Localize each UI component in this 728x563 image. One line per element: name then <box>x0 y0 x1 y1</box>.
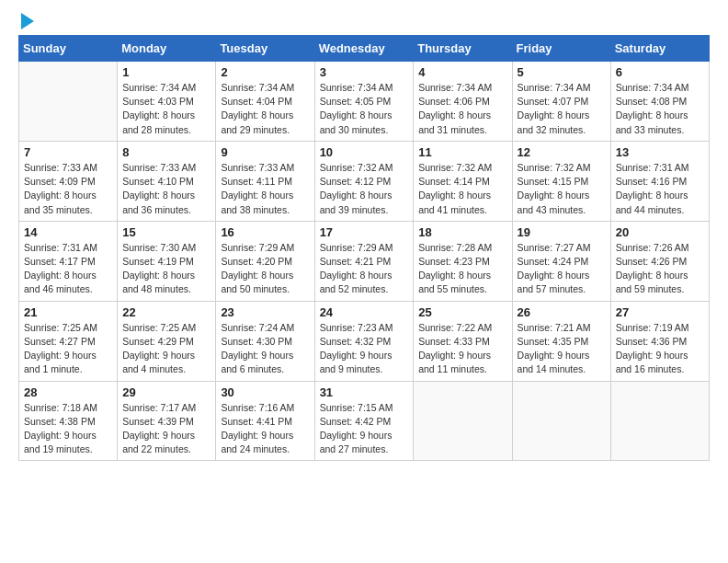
day-info: Sunrise: 7:29 AMSunset: 4:21 PMDaylight:… <box>320 241 409 297</box>
header <box>18 15 710 28</box>
day-info: Sunrise: 7:19 AMSunset: 4:36 PMDaylight:… <box>616 321 704 377</box>
calendar-cell: 27Sunrise: 7:19 AMSunset: 4:36 PMDayligh… <box>610 301 709 381</box>
day-number: 29 <box>122 385 210 399</box>
day-info: Sunrise: 7:22 AMSunset: 4:33 PMDaylight:… <box>418 321 506 377</box>
week-row-4: 21Sunrise: 7:25 AMSunset: 4:27 PMDayligh… <box>19 301 710 381</box>
calendar-cell: 11Sunrise: 7:32 AMSunset: 4:14 PMDayligh… <box>414 141 512 221</box>
day-info: Sunrise: 7:32 AMSunset: 4:15 PMDaylight:… <box>518 161 606 217</box>
day-number: 21 <box>24 305 112 319</box>
day-info: Sunrise: 7:31 AMSunset: 4:17 PMDaylight:… <box>24 241 112 297</box>
day-number: 30 <box>221 385 309 399</box>
weekday-header-thursday: Thursday <box>414 36 512 62</box>
day-info: Sunrise: 7:32 AMSunset: 4:12 PMDaylight:… <box>320 161 409 217</box>
day-info: Sunrise: 7:26 AMSunset: 4:26 PMDaylight:… <box>616 241 704 297</box>
calendar-cell: 1Sunrise: 7:34 AMSunset: 4:03 PMDaylight… <box>118 62 216 142</box>
day-number: 22 <box>122 305 210 319</box>
day-info: Sunrise: 7:18 AMSunset: 4:38 PMDaylight:… <box>24 401 112 457</box>
day-number: 1 <box>122 65 210 79</box>
calendar-cell: 30Sunrise: 7:16 AMSunset: 4:41 PMDayligh… <box>216 381 314 461</box>
day-info: Sunrise: 7:25 AMSunset: 4:27 PMDaylight:… <box>24 321 112 377</box>
weekday-header-monday: Monday <box>118 36 216 62</box>
calendar-cell: 19Sunrise: 7:27 AMSunset: 4:24 PMDayligh… <box>512 221 610 301</box>
week-row-2: 7Sunrise: 7:33 AMSunset: 4:09 PMDaylight… <box>19 141 710 221</box>
day-info: Sunrise: 7:32 AMSunset: 4:14 PMDaylight:… <box>418 161 506 217</box>
calendar-cell: 9Sunrise: 7:33 AMSunset: 4:11 PMDaylight… <box>216 141 314 221</box>
calendar-cell: 4Sunrise: 7:34 AMSunset: 4:06 PMDaylight… <box>414 62 512 142</box>
day-info: Sunrise: 7:16 AMSunset: 4:41 PMDaylight:… <box>221 401 309 457</box>
day-number: 5 <box>518 65 606 79</box>
day-info: Sunrise: 7:29 AMSunset: 4:20 PMDaylight:… <box>221 241 309 297</box>
calendar-cell: 21Sunrise: 7:25 AMSunset: 4:27 PMDayligh… <box>19 301 118 381</box>
day-number: 11 <box>418 145 506 159</box>
day-info: Sunrise: 7:25 AMSunset: 4:29 PMDaylight:… <box>122 321 210 377</box>
day-number: 14 <box>24 225 112 239</box>
weekday-header-wednesday: Wednesday <box>314 36 414 62</box>
day-number: 17 <box>320 225 409 239</box>
calendar-cell: 15Sunrise: 7:30 AMSunset: 4:19 PMDayligh… <box>118 221 216 301</box>
day-number: 26 <box>518 305 606 319</box>
calendar-cell: 31Sunrise: 7:15 AMSunset: 4:42 PMDayligh… <box>314 381 414 461</box>
calendar-cell: 3Sunrise: 7:34 AMSunset: 4:05 PMDaylight… <box>314 62 414 142</box>
calendar-cell: 24Sunrise: 7:23 AMSunset: 4:32 PMDayligh… <box>314 301 414 381</box>
day-number: 28 <box>24 385 112 399</box>
calendar-cell: 5Sunrise: 7:34 AMSunset: 4:07 PMDaylight… <box>512 62 610 142</box>
calendar-cell: 26Sunrise: 7:21 AMSunset: 4:35 PMDayligh… <box>512 301 610 381</box>
weekday-header-saturday: Saturday <box>610 36 709 62</box>
day-number: 6 <box>616 65 704 79</box>
calendar-cell: 12Sunrise: 7:32 AMSunset: 4:15 PMDayligh… <box>512 141 610 221</box>
day-number: 10 <box>320 145 409 159</box>
day-info: Sunrise: 7:17 AMSunset: 4:39 PMDaylight:… <box>122 401 210 457</box>
day-number: 16 <box>221 225 309 239</box>
calendar-cell: 17Sunrise: 7:29 AMSunset: 4:21 PMDayligh… <box>314 221 414 301</box>
calendar-cell: 8Sunrise: 7:33 AMSunset: 4:10 PMDaylight… <box>118 141 216 221</box>
day-info: Sunrise: 7:34 AMSunset: 4:06 PMDaylight:… <box>418 81 506 137</box>
week-row-5: 28Sunrise: 7:18 AMSunset: 4:38 PMDayligh… <box>19 381 710 461</box>
calendar-cell: 7Sunrise: 7:33 AMSunset: 4:09 PMDaylight… <box>19 141 118 221</box>
day-info: Sunrise: 7:33 AMSunset: 4:10 PMDaylight:… <box>122 161 210 217</box>
day-number: 8 <box>122 145 210 159</box>
day-number: 7 <box>24 145 112 159</box>
day-number: 15 <box>122 225 210 239</box>
calendar-cell <box>414 381 512 461</box>
day-number: 18 <box>418 225 506 239</box>
calendar-cell: 14Sunrise: 7:31 AMSunset: 4:17 PMDayligh… <box>19 221 118 301</box>
day-number: 4 <box>418 65 506 79</box>
day-number: 20 <box>616 225 704 239</box>
weekday-header-row: SundayMondayTuesdayWednesdayThursdayFrid… <box>19 36 710 62</box>
day-number: 27 <box>616 305 704 319</box>
day-number: 13 <box>616 145 704 159</box>
calendar-cell: 18Sunrise: 7:28 AMSunset: 4:23 PMDayligh… <box>414 221 512 301</box>
calendar-cell: 25Sunrise: 7:22 AMSunset: 4:33 PMDayligh… <box>414 301 512 381</box>
day-number: 3 <box>320 65 409 79</box>
day-number: 12 <box>518 145 606 159</box>
day-info: Sunrise: 7:34 AMSunset: 4:07 PMDaylight:… <box>518 81 606 137</box>
calendar-cell: 23Sunrise: 7:24 AMSunset: 4:30 PMDayligh… <box>216 301 314 381</box>
weekday-header-tuesday: Tuesday <box>216 36 314 62</box>
calendar-cell: 28Sunrise: 7:18 AMSunset: 4:38 PMDayligh… <box>19 381 118 461</box>
logo <box>18 15 34 28</box>
day-number: 24 <box>320 305 409 319</box>
day-info: Sunrise: 7:34 AMSunset: 4:05 PMDaylight:… <box>320 81 409 137</box>
day-info: Sunrise: 7:30 AMSunset: 4:19 PMDaylight:… <box>122 241 210 297</box>
calendar-cell <box>610 381 709 461</box>
day-info: Sunrise: 7:28 AMSunset: 4:23 PMDaylight:… <box>418 241 506 297</box>
day-number: 23 <box>221 305 309 319</box>
day-number: 31 <box>320 385 409 399</box>
calendar-cell: 20Sunrise: 7:26 AMSunset: 4:26 PMDayligh… <box>610 221 709 301</box>
day-info: Sunrise: 7:23 AMSunset: 4:32 PMDaylight:… <box>320 321 409 377</box>
day-info: Sunrise: 7:34 AMSunset: 4:08 PMDaylight:… <box>616 81 704 137</box>
day-info: Sunrise: 7:34 AMSunset: 4:04 PMDaylight:… <box>221 81 309 137</box>
day-info: Sunrise: 7:15 AMSunset: 4:42 PMDaylight:… <box>320 401 409 457</box>
day-number: 2 <box>221 65 309 79</box>
weekday-header-sunday: Sunday <box>19 36 118 62</box>
day-info: Sunrise: 7:24 AMSunset: 4:30 PMDaylight:… <box>221 321 309 377</box>
calendar-cell: 2Sunrise: 7:34 AMSunset: 4:04 PMDaylight… <box>216 62 314 142</box>
calendar-cell: 13Sunrise: 7:31 AMSunset: 4:16 PMDayligh… <box>610 141 709 221</box>
week-row-1: 1Sunrise: 7:34 AMSunset: 4:03 PMDaylight… <box>19 62 710 142</box>
day-info: Sunrise: 7:31 AMSunset: 4:16 PMDaylight:… <box>616 161 704 217</box>
calendar: SundayMondayTuesdayWednesdayThursdayFrid… <box>18 35 710 461</box>
calendar-cell <box>512 381 610 461</box>
day-info: Sunrise: 7:33 AMSunset: 4:09 PMDaylight:… <box>24 161 112 217</box>
day-number: 25 <box>418 305 506 319</box>
day-info: Sunrise: 7:27 AMSunset: 4:24 PMDaylight:… <box>518 241 606 297</box>
